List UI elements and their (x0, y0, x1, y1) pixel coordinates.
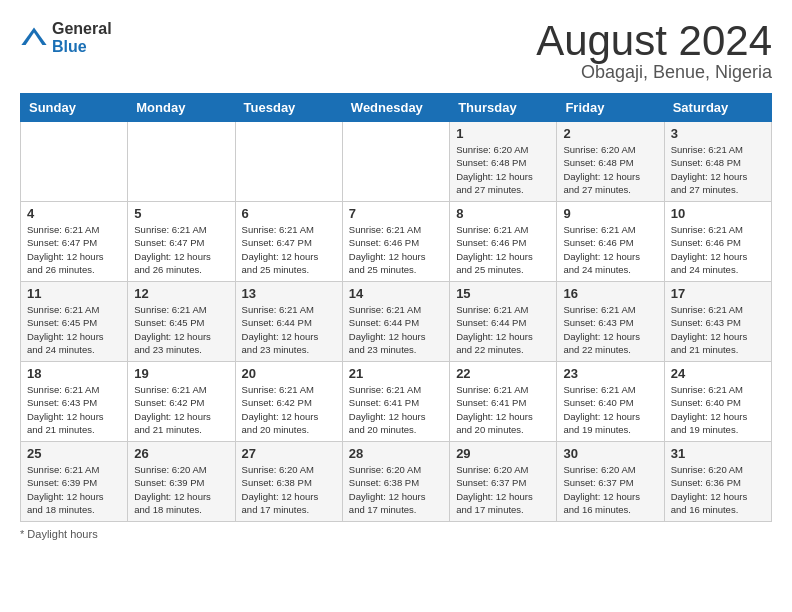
calendar-cell: 16Sunrise: 6:21 AM Sunset: 6:43 PM Dayli… (557, 282, 664, 362)
calendar-cell: 26Sunrise: 6:20 AM Sunset: 6:39 PM Dayli… (128, 442, 235, 522)
calendar-cell: 11Sunrise: 6:21 AM Sunset: 6:45 PM Dayli… (21, 282, 128, 362)
calendar-cell: 13Sunrise: 6:21 AM Sunset: 6:44 PM Dayli… (235, 282, 342, 362)
calendar-day-header: Friday (557, 94, 664, 122)
logo-general: General (52, 20, 112, 38)
calendar-cell: 30Sunrise: 6:20 AM Sunset: 6:37 PM Dayli… (557, 442, 664, 522)
day-number: 31 (671, 446, 765, 461)
day-info: Sunrise: 6:21 AM Sunset: 6:43 PM Dayligh… (563, 303, 657, 356)
day-info: Sunrise: 6:20 AM Sunset: 6:37 PM Dayligh… (456, 463, 550, 516)
calendar-cell: 8Sunrise: 6:21 AM Sunset: 6:46 PM Daylig… (450, 202, 557, 282)
calendar-cell: 1Sunrise: 6:20 AM Sunset: 6:48 PM Daylig… (450, 122, 557, 202)
day-number: 23 (563, 366, 657, 381)
day-number: 1 (456, 126, 550, 141)
day-info: Sunrise: 6:21 AM Sunset: 6:43 PM Dayligh… (27, 383, 121, 436)
day-info: Sunrise: 6:21 AM Sunset: 6:41 PM Dayligh… (456, 383, 550, 436)
day-info: Sunrise: 6:21 AM Sunset: 6:45 PM Dayligh… (134, 303, 228, 356)
calendar-cell: 3Sunrise: 6:21 AM Sunset: 6:48 PM Daylig… (664, 122, 771, 202)
calendar-week-row: 1Sunrise: 6:20 AM Sunset: 6:48 PM Daylig… (21, 122, 772, 202)
calendar-day-header: Thursday (450, 94, 557, 122)
day-number: 26 (134, 446, 228, 461)
day-number: 10 (671, 206, 765, 221)
calendar-day-header: Saturday (664, 94, 771, 122)
day-info: Sunrise: 6:21 AM Sunset: 6:48 PM Dayligh… (671, 143, 765, 196)
calendar-cell: 2Sunrise: 6:20 AM Sunset: 6:48 PM Daylig… (557, 122, 664, 202)
calendar-cell: 6Sunrise: 6:21 AM Sunset: 6:47 PM Daylig… (235, 202, 342, 282)
day-number: 12 (134, 286, 228, 301)
calendar-cell: 20Sunrise: 6:21 AM Sunset: 6:42 PM Dayli… (235, 362, 342, 442)
day-number: 2 (563, 126, 657, 141)
day-info: Sunrise: 6:21 AM Sunset: 6:44 PM Dayligh… (349, 303, 443, 356)
day-number: 25 (27, 446, 121, 461)
day-info: Sunrise: 6:21 AM Sunset: 6:42 PM Dayligh… (242, 383, 336, 436)
day-info: Sunrise: 6:21 AM Sunset: 6:42 PM Dayligh… (134, 383, 228, 436)
calendar-cell (342, 122, 449, 202)
title-area: August 2024 Obagaji, Benue, Nigeria (536, 20, 772, 83)
calendar-cell (128, 122, 235, 202)
day-number: 16 (563, 286, 657, 301)
calendar-table: SundayMondayTuesdayWednesdayThursdayFrid… (20, 93, 772, 522)
calendar-day-header: Sunday (21, 94, 128, 122)
calendar-cell: 29Sunrise: 6:20 AM Sunset: 6:37 PM Dayli… (450, 442, 557, 522)
day-info: Sunrise: 6:21 AM Sunset: 6:41 PM Dayligh… (349, 383, 443, 436)
day-number: 30 (563, 446, 657, 461)
calendar-cell: 7Sunrise: 6:21 AM Sunset: 6:46 PM Daylig… (342, 202, 449, 282)
day-number: 6 (242, 206, 336, 221)
header: General Blue August 2024 Obagaji, Benue,… (20, 20, 772, 83)
day-number: 24 (671, 366, 765, 381)
day-number: 11 (27, 286, 121, 301)
calendar-cell: 23Sunrise: 6:21 AM Sunset: 6:40 PM Dayli… (557, 362, 664, 442)
day-info: Sunrise: 6:21 AM Sunset: 6:45 PM Dayligh… (27, 303, 121, 356)
day-info: Sunrise: 6:20 AM Sunset: 6:38 PM Dayligh… (242, 463, 336, 516)
calendar-cell: 22Sunrise: 6:21 AM Sunset: 6:41 PM Dayli… (450, 362, 557, 442)
calendar-day-header: Tuesday (235, 94, 342, 122)
calendar-cell: 14Sunrise: 6:21 AM Sunset: 6:44 PM Dayli… (342, 282, 449, 362)
day-number: 9 (563, 206, 657, 221)
calendar-cell: 10Sunrise: 6:21 AM Sunset: 6:46 PM Dayli… (664, 202, 771, 282)
calendar-cell: 24Sunrise: 6:21 AM Sunset: 6:40 PM Dayli… (664, 362, 771, 442)
logo-blue: Blue (52, 38, 112, 56)
calendar-week-row: 18Sunrise: 6:21 AM Sunset: 6:43 PM Dayli… (21, 362, 772, 442)
calendar-cell: 12Sunrise: 6:21 AM Sunset: 6:45 PM Dayli… (128, 282, 235, 362)
day-number: 8 (456, 206, 550, 221)
calendar-day-header: Wednesday (342, 94, 449, 122)
calendar-cell: 21Sunrise: 6:21 AM Sunset: 6:41 PM Dayli… (342, 362, 449, 442)
day-info: Sunrise: 6:20 AM Sunset: 6:48 PM Dayligh… (563, 143, 657, 196)
day-number: 21 (349, 366, 443, 381)
day-info: Sunrise: 6:20 AM Sunset: 6:36 PM Dayligh… (671, 463, 765, 516)
day-info: Sunrise: 6:21 AM Sunset: 6:46 PM Dayligh… (456, 223, 550, 276)
calendar-cell: 17Sunrise: 6:21 AM Sunset: 6:43 PM Dayli… (664, 282, 771, 362)
day-info: Sunrise: 6:21 AM Sunset: 6:43 PM Dayligh… (671, 303, 765, 356)
day-number: 22 (456, 366, 550, 381)
day-info: Sunrise: 6:21 AM Sunset: 6:47 PM Dayligh… (242, 223, 336, 276)
day-number: 27 (242, 446, 336, 461)
calendar-week-row: 25Sunrise: 6:21 AM Sunset: 6:39 PM Dayli… (21, 442, 772, 522)
calendar-cell: 5Sunrise: 6:21 AM Sunset: 6:47 PM Daylig… (128, 202, 235, 282)
day-number: 17 (671, 286, 765, 301)
subtitle: Obagaji, Benue, Nigeria (536, 62, 772, 83)
day-info: Sunrise: 6:21 AM Sunset: 6:46 PM Dayligh… (349, 223, 443, 276)
day-info: Sunrise: 6:21 AM Sunset: 6:46 PM Dayligh… (563, 223, 657, 276)
day-number: 7 (349, 206, 443, 221)
main-title: August 2024 (536, 20, 772, 62)
day-number: 28 (349, 446, 443, 461)
calendar-cell: 31Sunrise: 6:20 AM Sunset: 6:36 PM Dayli… (664, 442, 771, 522)
day-info: Sunrise: 6:21 AM Sunset: 6:44 PM Dayligh… (456, 303, 550, 356)
day-number: 15 (456, 286, 550, 301)
day-number: 4 (27, 206, 121, 221)
calendar-header-row: SundayMondayTuesdayWednesdayThursdayFrid… (21, 94, 772, 122)
day-info: Sunrise: 6:21 AM Sunset: 6:40 PM Dayligh… (671, 383, 765, 436)
day-info: Sunrise: 6:21 AM Sunset: 6:40 PM Dayligh… (563, 383, 657, 436)
day-number: 20 (242, 366, 336, 381)
calendar-day-header: Monday (128, 94, 235, 122)
day-info: Sunrise: 6:21 AM Sunset: 6:44 PM Dayligh… (242, 303, 336, 356)
day-number: 13 (242, 286, 336, 301)
day-info: Sunrise: 6:21 AM Sunset: 6:39 PM Dayligh… (27, 463, 121, 516)
calendar-cell: 18Sunrise: 6:21 AM Sunset: 6:43 PM Dayli… (21, 362, 128, 442)
day-info: Sunrise: 6:20 AM Sunset: 6:48 PM Dayligh… (456, 143, 550, 196)
calendar-cell: 28Sunrise: 6:20 AM Sunset: 6:38 PM Dayli… (342, 442, 449, 522)
day-info: Sunrise: 6:21 AM Sunset: 6:47 PM Dayligh… (27, 223, 121, 276)
day-number: 5 (134, 206, 228, 221)
calendar-week-row: 11Sunrise: 6:21 AM Sunset: 6:45 PM Dayli… (21, 282, 772, 362)
day-number: 14 (349, 286, 443, 301)
day-info: Sunrise: 6:20 AM Sunset: 6:37 PM Dayligh… (563, 463, 657, 516)
